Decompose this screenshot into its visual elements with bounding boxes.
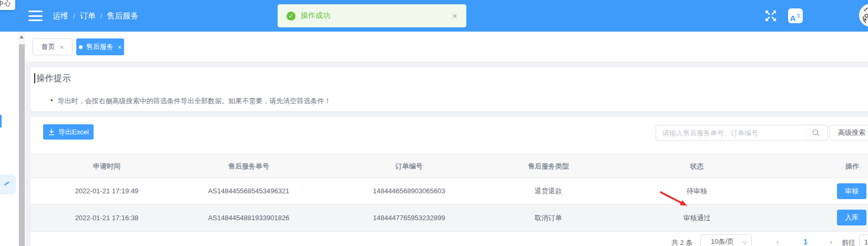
scrollbar-thumb[interactable] — [19, 44, 25, 246]
breadcrumb-separator: / — [96, 12, 107, 20]
bullet-dot: • — [50, 96, 53, 104]
translate-letter: A — [790, 14, 796, 23]
tab-label: 售后服务 — [86, 42, 114, 52]
operation-tips-card: 操作提示 •导出时，会按右侧高级搜索中的筛选条件导出全部数据。如果不需要，请先清… — [30, 67, 868, 111]
prev-page-button[interactable]: ‹ — [770, 234, 785, 246]
breadcrumb-item[interactable]: 售后服务 — [107, 11, 138, 20]
table-row: 2022-01-21 17:16:38 AS148445488193390182… — [30, 204, 868, 232]
toast-message: 操作成功 — [301, 11, 452, 21]
tab-after-sale-service[interactable]: 售后服务 × — [76, 38, 124, 55]
app-header: 运维/订单/售后服务 ✓ 操作成功 × A文 — [0, 0, 868, 32]
scrollbar-up-arrow[interactable] — [19, 35, 24, 38]
total-count: 共 2 条 — [671, 238, 692, 246]
column-header-status: 状态 — [593, 154, 801, 179]
goto-page-input[interactable] — [859, 234, 868, 246]
translate-icon[interactable]: A文 — [788, 8, 803, 23]
download-icon — [48, 129, 55, 136]
cell-status: 待审核 — [593, 178, 801, 204]
vertical-scrollbar[interactable] — [18, 32, 25, 246]
page-size-value: 10条/页 — [711, 238, 734, 245]
column-header-actions: 操作 — [801, 154, 866, 179]
cell-service-type: 退货退款 — [504, 178, 593, 204]
breadcrumb-item[interactable]: 订单 — [80, 11, 96, 20]
breadcrumb-separator: / — [68, 12, 80, 20]
fullscreen-icon[interactable] — [763, 8, 778, 23]
search-button[interactable] — [804, 125, 828, 141]
table-row: 2022-01-21 17:19:49 AS148445568545349632… — [30, 178, 868, 204]
export-label: 导出Excel — [58, 127, 89, 137]
cell-order-no: 1484446568903065603 — [314, 178, 504, 204]
corner-tooltip: 中心 — [0, 0, 15, 10]
table-header-row: 申请时间 售后服务单号 订单编号 售后服务类型 状态 操作 — [30, 154, 868, 178]
translate-sub: 文 — [796, 13, 801, 18]
active-tab-dot — [79, 45, 83, 49]
audit-button[interactable]: 审核 — [837, 183, 866, 199]
next-page-button[interactable]: › — [824, 234, 839, 246]
cell-status: 审核通过 — [593, 204, 801, 232]
column-header-service-no: 售后服务单号 — [183, 154, 314, 179]
tab-close-icon[interactable]: × — [60, 43, 64, 51]
page-size-select[interactable]: 10条/页 — [700, 234, 752, 246]
tab-label: 首页 — [42, 42, 55, 52]
user-avatar[interactable] — [859, 4, 868, 27]
toast-close-icon[interactable]: × — [452, 12, 457, 21]
tab-home[interactable]: 首页 × — [33, 38, 73, 55]
check-circle-icon: ✓ — [287, 12, 295, 21]
tips-title: 操作提示 — [36, 73, 71, 84]
cell-apply-time: 2022-01-21 17:19:49 — [30, 178, 183, 204]
page-number-current[interactable]: 1 — [798, 234, 813, 246]
cell-order-no: 1484447765953232899 — [314, 204, 504, 232]
success-toast: ✓ 操作成功 × — [278, 4, 466, 27]
search-input[interactable] — [656, 125, 804, 141]
breadcrumb: 运维/订单/售后服务 — [53, 0, 138, 32]
column-header-service-type: 售后服务类型 — [504, 154, 593, 179]
text-caret — [34, 73, 35, 83]
search-icon — [812, 129, 820, 137]
export-excel-button[interactable]: 导出Excel — [43, 124, 94, 140]
cell-apply-time: 2022-01-21 17:16:38 — [30, 204, 183, 232]
tab-close-icon[interactable]: × — [118, 43, 122, 51]
sidebar-menu-item-sliver[interactable] — [0, 174, 16, 194]
tip-text: 导出时，会按右侧高级搜索中的筛选条件导出全部数据。如果不需要，请先清空筛选条件！ — [58, 97, 331, 105]
inbound-button[interactable]: 入库 — [837, 210, 866, 225]
sidebar-active-indicator — [0, 115, 2, 127]
goto-page-label: 前往 — [842, 238, 855, 246]
cell-service-no: AS1484454881933901826 — [183, 204, 314, 232]
breadcrumb-item[interactable]: 运维 — [53, 11, 68, 20]
chevron-down-icon — [742, 239, 748, 244]
column-header-order-no: 订单编号 — [314, 154, 504, 179]
cell-service-no: AS1484455685453496321 — [183, 178, 314, 204]
tip-item: •导出时，会按右侧高级搜索中的筛选条件导出全部数据。如果不需要，请先清空筛选条件… — [50, 96, 331, 106]
advanced-search-button[interactable]: 高级搜索 — [830, 125, 868, 141]
after-sale-table-card: 导出Excel 高级搜索 申请时间 售后服务单号 订单编号 售后服务类型 状态 … — [30, 117, 868, 246]
cell-service-type: 取消订单 — [504, 204, 593, 232]
hamburger-menu-icon[interactable] — [28, 11, 43, 21]
column-header-apply-time: 申请时间 — [30, 154, 183, 179]
